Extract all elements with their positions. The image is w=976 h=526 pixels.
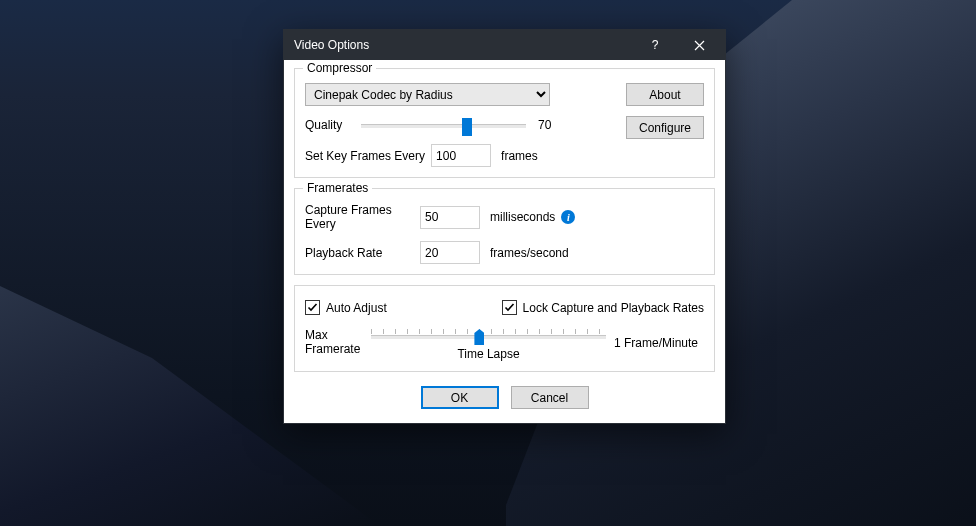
keyframes-input[interactable] — [431, 144, 491, 167]
close-icon — [694, 40, 705, 51]
titlebar[interactable]: Video Options ? — [284, 30, 725, 60]
keyframes-unit: frames — [501, 149, 538, 163]
compressor-legend: Compressor — [303, 61, 376, 75]
compressor-group: Compressor About Configure Cinepak Codec… — [294, 68, 715, 178]
desktop-wallpaper: Video Options ? Compressor About Configu… — [0, 0, 976, 526]
video-options-dialog: Video Options ? Compressor About Configu… — [283, 29, 726, 424]
capture-unit: milliseconds — [490, 210, 555, 224]
playback-unit: frames/second — [490, 246, 569, 260]
capture-label: Capture Frames Every — [305, 203, 420, 231]
quality-slider[interactable] — [361, 116, 526, 134]
framerates-legend: Framerates — [303, 181, 372, 195]
max-framerate-label: Max Framerate — [305, 329, 363, 357]
keyframes-label: Set Key Frames Every — [305, 149, 425, 163]
timelapse-slider[interactable] — [371, 325, 606, 343]
check-icon — [504, 302, 515, 313]
info-icon[interactable]: i — [561, 210, 575, 224]
close-button[interactable] — [677, 30, 721, 60]
configure-button[interactable]: Configure — [626, 116, 704, 139]
lock-rates-label: Lock Capture and Playback Rates — [523, 301, 704, 315]
one-frame-minute-label: 1 Frame/Minute — [614, 336, 704, 350]
adjust-group: Auto Adjust Lock Capture and Playback Ra… — [294, 285, 715, 372]
framerates-group: Framerates Capture Frames Every millisec… — [294, 188, 715, 275]
codec-select[interactable]: Cinepak Codec by Radius — [305, 83, 550, 106]
cancel-button[interactable]: Cancel — [511, 386, 589, 409]
quality-value: 70 — [538, 118, 568, 132]
about-button[interactable]: About — [626, 83, 704, 106]
check-icon — [307, 302, 318, 313]
playback-input[interactable] — [420, 241, 480, 264]
timelapse-caption: Time Lapse — [371, 347, 606, 361]
lock-rates-checkbox[interactable]: Lock Capture and Playback Rates — [502, 300, 704, 315]
window-title: Video Options — [294, 38, 633, 52]
quality-label: Quality — [305, 118, 349, 132]
capture-input[interactable] — [420, 206, 480, 229]
ok-button[interactable]: OK — [421, 386, 499, 409]
help-button[interactable]: ? — [633, 30, 677, 60]
auto-adjust-label: Auto Adjust — [326, 301, 387, 315]
playback-label: Playback Rate — [305, 246, 420, 260]
auto-adjust-checkbox[interactable]: Auto Adjust — [305, 300, 387, 315]
